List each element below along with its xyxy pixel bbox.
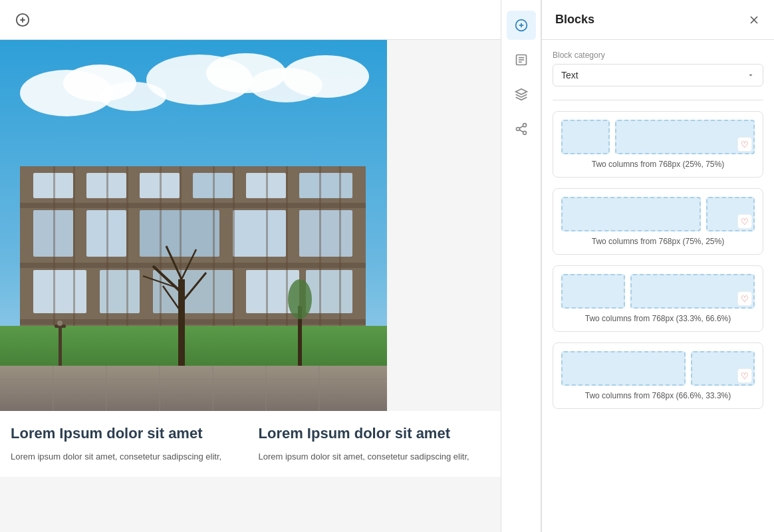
sidebar-share-button[interactable] [507,114,536,144]
blocks-body: Block category Text Media Layout Commerc… [542,40,774,532]
blocks-panel: Blocks Block category Text Media Layout … [541,0,774,532]
favorite-button-2[interactable]: ♡ [737,214,752,229]
sidebar-icon-strip [501,0,541,532]
svg-rect-14 [20,263,366,268]
block-card-66-33[interactable]: ♡ Two columns from 768px (66.6%, 33.3%) [553,342,763,409]
block-category-label: Block category [553,51,763,60]
block-card-25-75[interactable]: ♡ Two columns from 768px (25%, 75%) [553,111,763,178]
svg-point-76 [523,131,526,134]
block-label-3: Two columns from 768px (33.3%, 66.6%) [561,314,755,323]
block-col-large-left [561,197,701,231]
block-col-large [615,120,755,154]
blocks-panel-title: Blocks [555,13,594,27]
svg-rect-25 [233,210,286,257]
col1-heading: Lorem Ipsum dolor sit amet [11,424,243,444]
hero-image [0,40,387,411]
content-col-1: Lorem Ipsum dolor sit amet Lorem ipsum d… [11,424,243,464]
block-category-select[interactable]: Text Media Layout Commerce Form [553,64,763,86]
sidebar-edit-button[interactable] [507,45,536,74]
block-preview-25-75: ♡ [561,120,755,154]
content-columns: Lorem Ipsum dolor sit amet Lorem ipsum d… [0,411,501,477]
svg-marker-73 [515,89,527,94]
svg-rect-31 [306,270,352,313]
blocks-panel-header: Blocks [542,0,774,40]
svg-point-63 [57,321,63,326]
favorite-button-4[interactable]: ♡ [737,368,752,383]
svg-rect-26 [299,210,352,257]
editor-toolbar [0,0,501,40]
block-preview-75-25: ♡ [561,197,755,231]
svg-rect-13 [20,203,366,208]
blocks-panel-close-button[interactable] [747,13,761,27]
svg-rect-45 [0,366,387,411]
block-preview-66-33: ♡ [561,351,755,386]
svg-line-77 [519,130,523,132]
editor-content: Lorem Ipsum dolor sit amet Lorem ipsum d… [0,40,501,532]
sidebar-layers-button[interactable] [507,80,536,109]
svg-rect-15 [20,319,366,325]
block-col-two-thirds [630,274,755,309]
block-col-third [561,274,625,309]
col2-heading: Lorem Ipsum dolor sit amet [259,424,491,444]
svg-line-78 [519,126,523,128]
svg-point-74 [523,124,526,127]
block-label-4: Two columns from 768px (66.6%, 33.3%) [561,391,755,400]
favorite-button-3[interactable]: ♡ [737,291,752,306]
svg-rect-28 [100,270,140,313]
block-label-2: Two columns from 768px (75%, 25%) [561,237,755,246]
divider [553,100,763,100]
svg-point-10 [283,55,369,98]
block-col-two-thirds-left [561,351,686,386]
block-label-1: Two columns from 768px (25%, 75%) [561,160,755,169]
add-block-button[interactable] [11,8,35,32]
content-col-2: Lorem Ipsum dolor sit amet Lorem ipsum d… [259,424,491,464]
col2-text: Lorem ipsum dolor sit amet, consetetur s… [259,450,491,464]
sidebar-add-button[interactable] [507,11,536,40]
block-preview-33-66: ♡ [561,274,755,309]
block-card-33-66[interactable]: ♡ Two columns from 768px (33.3%, 66.6%) [553,265,763,332]
svg-rect-21 [299,173,352,198]
favorite-button-1[interactable]: ♡ [737,137,752,152]
block-col-small [561,120,610,154]
svg-point-65 [288,279,312,319]
svg-rect-27 [33,270,86,313]
col1-text: Lorem ipsum dolor sit amet, consetetur s… [11,450,243,464]
svg-point-75 [516,128,519,131]
block-card-75-25[interactable]: ♡ Two columns from 768px (75%, 25%) [553,188,763,255]
svg-rect-61 [59,326,62,366]
